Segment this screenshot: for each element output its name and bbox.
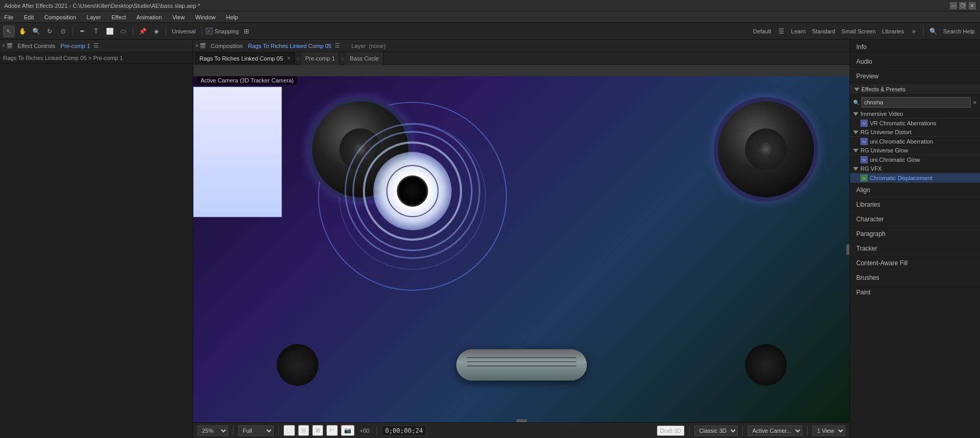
- tab-composition[interactable]: Composition: [207, 42, 247, 50]
- menu-composition[interactable]: Composition: [42, 13, 78, 21]
- comp-panel-menu[interactable]: ☰: [335, 42, 340, 49]
- text-tool[interactable]: T: [90, 26, 102, 37]
- viewer-tab-bass-circle[interactable]: Bass Circle: [346, 52, 384, 65]
- camera-select[interactable]: Active Camer...: [748, 425, 802, 436]
- effect-uni-chromatic-glow[interactable]: fx uni.Chromatic Glow: [850, 155, 980, 164]
- right-nav-brushes[interactable]: Brushes: [850, 270, 980, 285]
- menu-view[interactable]: View: [170, 13, 187, 21]
- brush-tool[interactable]: ⬭: [117, 26, 129, 37]
- effect-controls-content: [0, 64, 193, 438]
- rg-universe-distort-label: RG Universe Distort: [860, 129, 912, 135]
- snapping-checkbox[interactable]: [206, 28, 212, 34]
- minimize-button[interactable]: —: [950, 2, 957, 9]
- right-nav-tracker[interactable]: Tracker: [850, 241, 980, 256]
- roto-tool[interactable]: ◈: [150, 26, 162, 37]
- right-nav-content-aware[interactable]: Content-Aware Fill: [850, 256, 980, 270]
- menu-effect[interactable]: Effect: [109, 13, 128, 21]
- grid-btn[interactable]: ⊞: [312, 425, 323, 436]
- category-immersive-video[interactable]: Immersive Video: [850, 110, 980, 119]
- immersive-video-label: Immersive Video: [860, 111, 903, 117]
- speaker-scene: [193, 76, 849, 422]
- viewer-tab-main-comp-close[interactable]: ×: [287, 55, 290, 61]
- transparency-btn[interactable]: ⊟: [298, 425, 309, 436]
- right-nav-character[interactable]: Character: [850, 212, 980, 227]
- comp-panel-icon: 🎬: [199, 43, 206, 49]
- workspace-small-screen[interactable]: Small Screen: [840, 28, 878, 34]
- 3d-mode-btn[interactable]: Draft 3D: [657, 425, 684, 436]
- effect-chromatic-displacement[interactable]: fx Chromatic Displacement: [850, 173, 980, 183]
- workspace-more-btn[interactable]: »: [908, 26, 919, 37]
- effect-vr-chromatic-aberrations[interactable]: fx VR Chromatic Aberrations: [850, 119, 980, 128]
- right-panel: Info Audio Preview Effects & Presets 🔍 ✕…: [849, 40, 980, 438]
- category-rg-universe-glow[interactable]: RG Universe Glow: [850, 146, 980, 155]
- vbb-sep-1: [233, 426, 233, 435]
- effect-uni-chromatic-aberration[interactable]: fx uni.Chromatic Aberration: [850, 137, 980, 146]
- pen-tool[interactable]: ✒: [77, 26, 88, 37]
- snapping-label: Snapping: [215, 28, 239, 34]
- workspace-libraries[interactable]: Libraries: [880, 28, 906, 34]
- workspace-default[interactable]: Default: [751, 28, 773, 34]
- clear-search-icon[interactable]: ✕: [973, 100, 977, 105]
- category-rg-vfx[interactable]: RG VFX: [850, 164, 980, 173]
- region-of-interest-btn[interactable]: ⬚: [284, 425, 295, 436]
- workspace-menu-btn[interactable]: ☰: [775, 26, 787, 37]
- effects-search-input[interactable]: [861, 97, 971, 108]
- tab-effect-controls[interactable]: Effect Controls: [14, 42, 60, 50]
- right-nav-paint[interactable]: Paint: [850, 285, 980, 300]
- tool-separator-1: [73, 26, 73, 37]
- category-rg-universe-distort[interactable]: RG Universe Distort: [850, 128, 980, 137]
- menu-edit[interactable]: Edit: [22, 13, 36, 21]
- menu-animation[interactable]: Animation: [134, 13, 164, 21]
- rotate-tool[interactable]: ↻: [44, 26, 55, 37]
- comp-panel-close[interactable]: ×: [195, 43, 198, 49]
- title-bar: Adobe After Effects 2021 - C:\Users\Kill…: [0, 0, 980, 11]
- search-btn[interactable]: 🔍: [927, 26, 939, 37]
- right-nav-info[interactable]: Info: [850, 40, 980, 54]
- quality-select[interactable]: Full Half Quarter: [238, 425, 274, 436]
- right-nav-libraries[interactable]: Libraries: [850, 197, 980, 212]
- viewport-canvas[interactable]: [193, 76, 849, 422]
- universal-label: Universal: [170, 28, 198, 34]
- effect-controls-menu[interactable]: ☰: [93, 42, 99, 49]
- puppet-tool[interactable]: 📌: [137, 26, 148, 37]
- right-nav-align[interactable]: Align: [850, 183, 980, 197]
- project-close-btn[interactable]: ×: [2, 43, 5, 49]
- right-nav-audio[interactable]: Audio: [850, 54, 980, 69]
- camera-tool[interactable]: ⊙: [57, 26, 69, 37]
- renderer-select[interactable]: Classic 3D: [694, 425, 738, 436]
- menu-layer[interactable]: Layer: [85, 13, 103, 21]
- workspace-learn[interactable]: Learn: [789, 28, 808, 34]
- viewer-tab-precomp1[interactable]: Pre-comp 1: [301, 52, 340, 65]
- maximize-button[interactable]: ❐: [959, 2, 966, 9]
- zoom-tool[interactable]: 🔍: [30, 26, 42, 37]
- uni-chromatic-aberration-label: uni.Chromatic Aberration: [870, 138, 933, 145]
- menu-window[interactable]: Window: [193, 13, 218, 21]
- layer-panel-label: Layer: [351, 43, 366, 49]
- right-nav-preview[interactable]: Preview: [850, 69, 980, 84]
- viewer-resize-bottom[interactable]: [516, 419, 527, 422]
- views-select[interactable]: 1 View: [812, 425, 845, 436]
- selection-tool[interactable]: ↖: [3, 26, 15, 37]
- center-area: × 🎬 Composition Rags To Riches Linked Co…: [193, 40, 849, 438]
- workspace-standard[interactable]: Standard: [810, 28, 837, 34]
- rg-universe-glow-label: RG Universe Glow: [860, 147, 908, 153]
- right-nav-paragraph[interactable]: Paragraph: [850, 227, 980, 241]
- menu-help[interactable]: Help: [224, 13, 240, 21]
- viewer-tab-main-comp[interactable]: Rags To Riches Linked Comp 05 ×: [195, 52, 295, 65]
- zoom-select[interactable]: 25% 50% 100%: [197, 425, 228, 436]
- title-bar-controls[interactable]: — ❐ ✕: [950, 2, 976, 9]
- shape-tool[interactable]: ⬜: [104, 26, 115, 37]
- viewer-resize-right[interactable]: [846, 244, 849, 255]
- viewer-timecode[interactable]: 0;00;00;24: [382, 425, 427, 436]
- menu-file[interactable]: File: [2, 13, 16, 21]
- effects-presets-header[interactable]: Effects & Presets: [850, 84, 980, 95]
- rg-vfx-triangle: [853, 167, 858, 171]
- snapshot-btn[interactable]: 📷: [341, 425, 355, 436]
- chromatic-displacement-label: Chromatic Displacement: [870, 175, 932, 181]
- guide-btn[interactable]: ⊢: [326, 425, 338, 436]
- hand-tool[interactable]: ✋: [17, 26, 28, 37]
- tool-separator-2: [133, 26, 133, 37]
- snap-options-btn[interactable]: ⊞: [241, 26, 252, 37]
- layer-none: (none): [369, 43, 386, 49]
- close-button[interactable]: ✕: [969, 2, 976, 9]
